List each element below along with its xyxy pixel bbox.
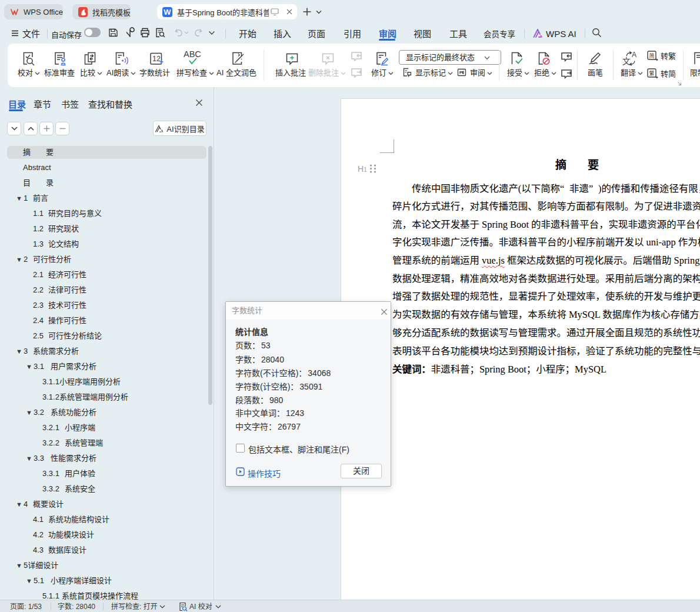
svg-text:A: A: [632, 51, 636, 59]
svg-text:简: 简: [649, 52, 655, 59]
svg-text:ABC: ABC: [184, 49, 201, 59]
svg-text:繁: 繁: [649, 70, 655, 76]
svg-text:12: 12: [152, 55, 161, 63]
